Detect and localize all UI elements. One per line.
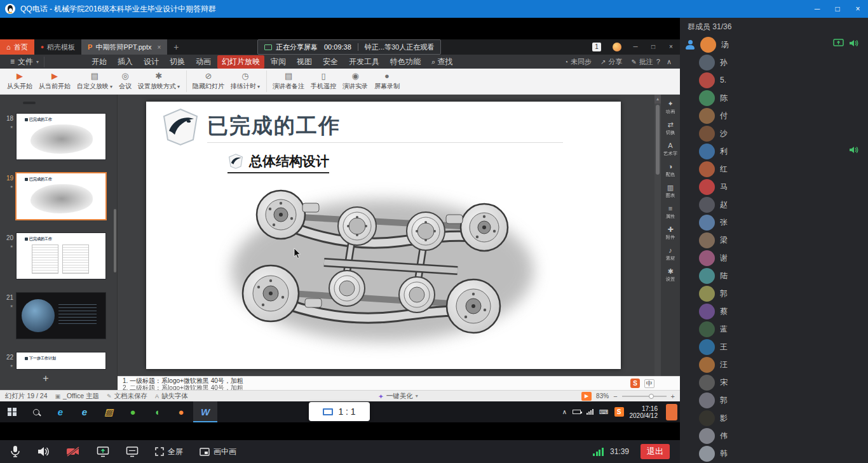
slide-thumbnail[interactable]: 21 ★: [3, 293, 117, 339]
side-tool-button[interactable]: ≡ 属性: [665, 205, 675, 220]
play-slideshow-button[interactable]: ▶: [581, 392, 592, 401]
member-avatar[interactable]: [699, 446, 715, 462]
slide-thumbnail[interactable]: 18 ★ 已完成的工作: [3, 114, 117, 159]
side-tool-button[interactable]: ♪ 素材: [665, 246, 675, 262]
pip-button[interactable]: 画中画: [200, 446, 236, 457]
menu-item[interactable]: 设计: [139, 55, 163, 69]
share-screen-button[interactable]: [97, 446, 109, 457]
wps-account-avatar[interactable]: [613, 43, 621, 51]
menu-item[interactable]: 安全: [318, 55, 342, 69]
tray-expand-icon[interactable]: ∧: [562, 408, 567, 415]
ribbon-button[interactable]: ▶ 从当前开始▾: [36, 70, 74, 92]
taskbar-search-button[interactable]: [24, 401, 48, 422]
thumbnail-preview[interactable]: [17, 293, 105, 339]
ribbon-button[interactable]: ◉ 演讲实录▾: [339, 70, 371, 92]
member-avatar[interactable]: [699, 179, 715, 195]
member-row[interactable]: 伟: [680, 427, 868, 445]
exit-call-button[interactable]: 退出: [641, 444, 670, 459]
panel-tab[interactable]: [23, 102, 36, 104]
zoom-out-button[interactable]: −: [613, 393, 617, 400]
member-avatar[interactable]: [699, 161, 715, 177]
thumbnail-preview[interactable]: 已完成的工作: [17, 233, 105, 279]
help-icon[interactable]: ?: [653, 58, 663, 65]
member-row[interactable]: 利: [680, 142, 868, 160]
member-row[interactable]: 梁: [680, 231, 868, 249]
member-row[interactable]: 韩: [680, 445, 868, 462]
taskbar-clock[interactable]: 17:16 2020/4/12: [630, 405, 658, 419]
member-row[interactable]: 影: [680, 409, 868, 427]
member-avatar[interactable]: [699, 126, 715, 142]
ribbon-button[interactable]: ▶ 从头开始▾: [4, 70, 36, 92]
file-menu[interactable]: ≡ 文件 ▾: [5, 57, 44, 67]
missing-fonts-label[interactable]: 缺失字体: [161, 392, 188, 401]
ribbon-button[interactable]: ▤ 演讲者备注▾: [269, 70, 308, 92]
ribbon-button[interactable]: ● 屏幕录制▾: [371, 70, 403, 92]
slide-thumbnail[interactable]: 22 ★ 下一步工作计划: [3, 352, 117, 369]
wps-document-tab[interactable]: P 中期答辩PPT.pptx ×: [81, 39, 167, 55]
menu-item[interactable]: ⌕ 查找: [427, 55, 457, 69]
collab-item[interactable]: ◔ 未同步: [564, 57, 592, 67]
panel-tab[interactable]: [6, 102, 19, 104]
taskbar-app-icon[interactable]: ◖: [145, 401, 169, 422]
menu-item[interactable]: 开发工具: [344, 55, 384, 69]
ribbon-button[interactable]: ⊘ 隐藏幻灯片▾: [189, 70, 227, 92]
member-row[interactable]: 汤: [680, 36, 868, 53]
wps-document-tab[interactable]: ● 稻壳模板: [34, 39, 81, 55]
current-slide[interactable]: 已完成的工作 总体结构设计: [146, 102, 621, 369]
network-signal-icon[interactable]: [587, 409, 593, 415]
sogou-logo-icon[interactable]: S: [630, 379, 640, 388]
member-avatar[interactable]: [699, 197, 715, 213]
member-avatar[interactable]: [699, 393, 715, 408]
collab-item[interactable]: ↗ 分享: [600, 57, 622, 67]
side-tool-button[interactable]: A 艺术字: [663, 142, 678, 157]
member-row[interactable]: 蓝: [680, 320, 868, 338]
menu-item[interactable]: 切换: [165, 55, 189, 69]
member-avatar[interactable]: [699, 357, 715, 373]
member-avatar[interactable]: [699, 286, 715, 302]
member-row[interactable]: 宋: [680, 373, 868, 391]
member-avatar[interactable]: [699, 215, 715, 231]
menu-item[interactable]: 插入: [113, 55, 137, 69]
member-row[interactable]: 5.: [680, 71, 868, 89]
scrollbar-thumb[interactable]: [656, 105, 660, 175]
member-avatar[interactable]: [699, 72, 715, 88]
fullscreen-button[interactable]: 全屏: [155, 446, 183, 457]
microphone-button[interactable]: [10, 445, 20, 458]
member-avatar[interactable]: [699, 144, 715, 159]
sogou-tray-icon[interactable]: S: [614, 407, 624, 417]
close-button[interactable]: ×: [848, 0, 868, 18]
wps-maximize-button[interactable]: □: [644, 39, 662, 55]
ribbon-button[interactable]: ▤ 自定义放映▾: [74, 70, 116, 92]
ribbon-button[interactable]: ✱ 设置放映方式▾: [135, 70, 187, 92]
taskbar-app-icon[interactable]: e: [72, 401, 97, 422]
taskbar-app-icon[interactable]: ●: [121, 401, 145, 422]
menu-item[interactable]: 开始: [87, 55, 111, 69]
zoom-slider-knob[interactable]: [649, 394, 654, 399]
member-row[interactable]: 付: [680, 107, 868, 124]
whiteboard-button[interactable]: [126, 446, 139, 457]
wps-close-button[interactable]: ×: [662, 39, 680, 55]
side-tool-button[interactable]: ◑ 配色: [665, 163, 675, 178]
ime-mode-indicator[interactable]: 中: [644, 379, 654, 388]
member-avatar[interactable]: [699, 375, 715, 391]
zoom-slider[interactable]: [622, 396, 667, 397]
zoom-in-button[interactable]: +: [671, 393, 675, 400]
unsaved-label[interactable]: 文档未保存: [114, 392, 148, 401]
ribbon-button[interactable]: ◷ 排练计时▾: [227, 70, 267, 92]
member-row[interactable]: 陈: [680, 89, 868, 107]
member-row[interactable]: 蔡: [680, 302, 868, 320]
menu-item[interactable]: 审阅: [266, 55, 290, 69]
camera-off-button[interactable]: [66, 446, 80, 457]
member-avatar[interactable]: [699, 250, 715, 266]
member-row[interactable]: 郭: [680, 391, 868, 409]
thumbnail-preview[interactable]: 已完成的工作: [17, 173, 105, 219]
menu-item[interactable]: 幻灯片放映: [217, 55, 264, 69]
member-avatar[interactable]: [699, 108, 715, 124]
member-avatar[interactable]: [699, 428, 715, 444]
maximize-button[interactable]: □: [827, 0, 848, 18]
tab-close-icon[interactable]: ×: [157, 44, 161, 51]
taskbar-app-icon[interactable]: e: [48, 401, 72, 422]
ribbon-button[interactable]: ◎ 会议▾: [116, 70, 135, 92]
side-tool-button[interactable]: ✚ 附件: [665, 225, 675, 241]
beautify-button[interactable]: ✦ 一键美化 ▾: [378, 392, 418, 401]
